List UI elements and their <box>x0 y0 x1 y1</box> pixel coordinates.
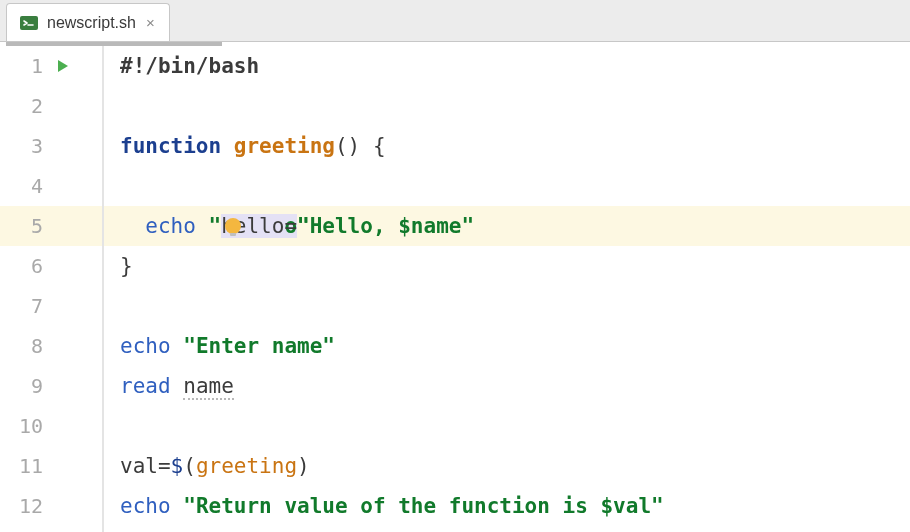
code-line[interactable]: val=$(greeting) <box>104 446 910 486</box>
var-val: val <box>120 454 158 478</box>
svg-rect-3 <box>230 233 236 236</box>
shebang: #!/bin/bash <box>120 54 259 78</box>
line-number: 6 <box>0 246 43 286</box>
line-number: 4 <box>0 166 43 206</box>
line-number: 5 <box>0 206 43 246</box>
line-number: 7 <box>0 286 43 326</box>
string-literal: Hello, <box>310 214 399 238</box>
string-literal: Return value of the function is <box>196 494 601 518</box>
tab-bar: newscript.sh × <box>0 0 910 42</box>
line-number: 3 <box>0 126 43 166</box>
line-number: 2 <box>0 86 43 126</box>
close-icon[interactable]: × <box>144 15 157 30</box>
code-line[interactable]: function greeting() { <box>104 126 910 166</box>
file-tab[interactable]: newscript.sh × <box>6 3 170 41</box>
keyword-echo: echo <box>120 334 171 358</box>
code-line[interactable]: hello="Hello, $name" <box>104 166 910 206</box>
code-line[interactable]: read name <box>104 366 910 406</box>
code-line[interactable]: echo "Enter name" <box>104 326 910 366</box>
line-number: 10 <box>0 406 43 446</box>
function-paren: () { <box>335 134 386 158</box>
code-line[interactable]: } <box>104 246 910 286</box>
code-area[interactable]: #!/bin/bash function greeting() { hello=… <box>104 46 910 532</box>
keyword-echo: echo <box>120 494 171 518</box>
svg-rect-0 <box>20 16 38 30</box>
shell-file-icon <box>19 13 39 33</box>
code-line[interactable]: echo "Return value of the function is $v… <box>104 486 910 526</box>
code-line[interactable] <box>104 286 910 326</box>
line-number: 1 <box>0 46 43 86</box>
tab-filename: newscript.sh <box>47 14 136 32</box>
line-number: 12 <box>0 486 43 526</box>
run-gutter-icon[interactable] <box>55 58 71 74</box>
line-number: 9 <box>0 366 43 406</box>
keyword-function: function <box>120 134 221 158</box>
string-literal: "Enter name" <box>183 334 335 358</box>
var-ref-name: $name <box>398 214 461 238</box>
line-number: 11 <box>0 446 43 486</box>
var-name: name <box>183 374 234 400</box>
var-ref-val: $val <box>600 494 651 518</box>
code-line[interactable] <box>104 406 910 446</box>
editor[interactable]: 1 2 3 4 5 6 7 8 9 10 11 12 #!/bin/bash f… <box>0 46 910 532</box>
svg-point-2 <box>225 218 241 234</box>
line-number: 8 <box>0 326 43 366</box>
function-call: greeting <box>196 454 297 478</box>
code-line[interactable]: #!/bin/bash <box>104 46 910 86</box>
gutter: 1 2 3 4 5 6 7 8 9 10 11 12 <box>0 46 104 532</box>
code-line[interactable] <box>104 86 910 126</box>
intention-bulb-icon[interactable] <box>120 173 144 197</box>
keyword-read: read <box>120 374 171 398</box>
function-name: greeting <box>234 134 335 158</box>
